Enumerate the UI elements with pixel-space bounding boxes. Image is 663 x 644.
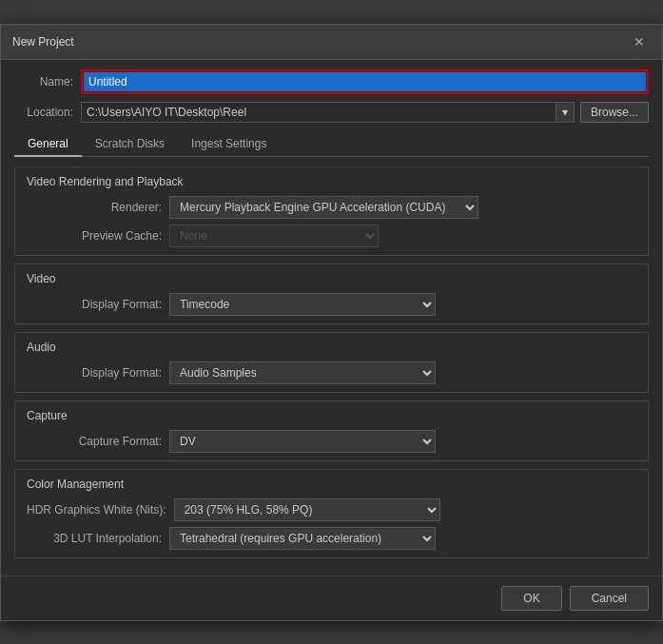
tab-ingest-settings[interactable]: Ingest Settings <box>178 132 280 157</box>
ok-button[interactable]: OK <box>501 586 561 611</box>
video-display-format-row: Display Format: Timecode 24fps Timecode … <box>27 293 636 316</box>
capture-format-row: Capture Format: DV HDV None <box>27 430 636 453</box>
lut-label: 3D LUT Interpolation: <box>27 532 169 545</box>
new-project-dialog: New Project ✕ Name: Location: ▾ Browse..… <box>0 24 663 621</box>
hdr-row: HDR Graphics White (Nits): 203 (75% HLG,… <box>27 498 636 521</box>
video-rendering-section: Video Rendering and Playback Renderer: M… <box>14 166 649 256</box>
location-input[interactable] <box>81 102 556 123</box>
location-dropdown-button[interactable]: ▾ <box>556 102 575 123</box>
name-input-wrapper <box>81 69 649 94</box>
location-label: Location: <box>14 106 81 119</box>
preview-cache-select[interactable]: None <box>169 224 379 247</box>
audio-title: Audio <box>27 341 636 354</box>
audio-display-format-row: Display Format: Audio Samples Millisecon… <box>27 361 636 384</box>
preview-cache-label: Preview Cache: <box>27 229 169 243</box>
name-row: Name: <box>14 69 649 94</box>
capture-section: Capture Capture Format: DV HDV None <box>14 400 649 461</box>
video-section: Video Display Format: Timecode 24fps Tim… <box>14 263 649 324</box>
footer: OK Cancel <box>1 576 662 620</box>
dialog-title: New Project <box>12 35 74 49</box>
lut-row: 3D LUT Interpolation: Tetrahedral (requi… <box>27 527 636 550</box>
audio-section: Audio Display Format: Audio Samples Mill… <box>14 332 649 393</box>
video-title: Video <box>27 272 636 285</box>
renderer-label: Renderer: <box>27 201 169 214</box>
color-management-title: Color Management <box>27 478 636 491</box>
audio-display-format-label: Display Format: <box>27 366 169 380</box>
close-button[interactable]: ✕ <box>628 32 651 51</box>
audio-display-format-select[interactable]: Audio Samples Milliseconds <box>169 361 436 384</box>
renderer-row: Renderer: Mercury Playback Engine GPU Ac… <box>27 196 636 219</box>
video-display-format-label: Display Format: <box>27 298 169 311</box>
capture-title: Capture <box>27 409 636 422</box>
cancel-button[interactable]: Cancel <box>570 586 649 611</box>
name-label: Name: <box>14 75 81 88</box>
video-rendering-title: Video Rendering and Playback <box>27 175 636 188</box>
hdr-select[interactable]: 203 (75% HLG, 58% PQ) 100 (SDR White) 30… <box>174 498 440 521</box>
title-bar: New Project ✕ <box>1 25 662 60</box>
preview-cache-row: Preview Cache: None <box>27 224 636 247</box>
capture-format-select[interactable]: DV HDV None <box>169 430 436 453</box>
capture-format-label: Capture Format: <box>27 435 169 448</box>
renderer-select[interactable]: Mercury Playback Engine GPU Acceleration… <box>169 196 478 219</box>
dialog-body: Name: Location: ▾ Browse... General Scra… <box>1 60 662 576</box>
tab-general[interactable]: General <box>14 132 82 157</box>
tabs: General Scratch Disks Ingest Settings <box>14 132 649 157</box>
location-row: Location: ▾ Browse... <box>14 102 649 123</box>
video-display-format-select[interactable]: Timecode 24fps Timecode Frames Feet + Fr… <box>169 293 436 316</box>
hdr-label: HDR Graphics White (Nits): <box>27 503 174 517</box>
color-management-section: Color Management HDR Graphics White (Nit… <box>14 469 649 558</box>
name-input[interactable] <box>84 72 646 91</box>
lut-select[interactable]: Tetrahedral (requires GPU acceleration) … <box>169 527 436 550</box>
browse-button[interactable]: Browse... <box>580 102 649 123</box>
tab-scratch-disks[interactable]: Scratch Disks <box>82 132 178 157</box>
